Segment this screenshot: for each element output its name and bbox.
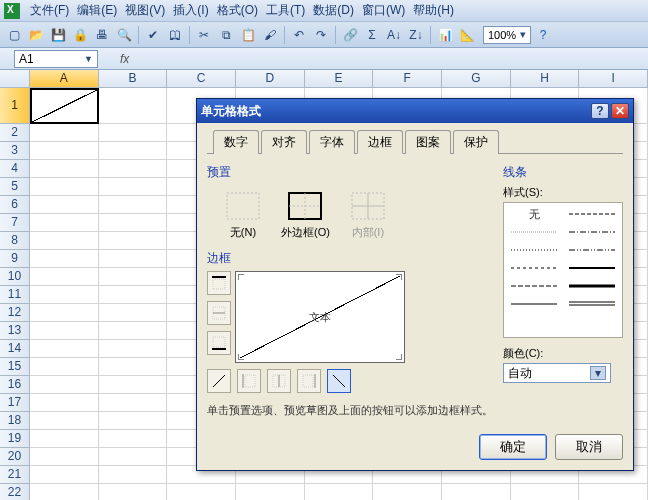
border-middle-h-button[interactable] (207, 301, 231, 325)
line-style-option[interactable] (508, 297, 560, 311)
cell[interactable] (30, 448, 99, 466)
row-header[interactable]: 6 (0, 196, 30, 214)
col-header-h[interactable]: H (511, 70, 580, 88)
preset-none-icon[interactable] (223, 189, 263, 223)
zoom-combo[interactable]: 100% ▾ (483, 26, 531, 44)
help-icon[interactable]: ? (533, 25, 553, 45)
hyperlink-icon[interactable]: 🔗 (340, 25, 360, 45)
cell[interactable] (99, 142, 168, 160)
cell[interactable] (99, 268, 168, 286)
row-header[interactable]: 19 (0, 430, 30, 448)
dialog-titlebar[interactable]: 单元格格式 ? ✕ (197, 99, 633, 123)
border-left-button[interactable] (237, 369, 261, 393)
menu-edit[interactable]: 编辑(E) (73, 0, 121, 21)
cell[interactable] (99, 448, 168, 466)
research-icon[interactable]: 🕮 (165, 25, 185, 45)
tab-patterns[interactable]: 图案 (405, 130, 451, 154)
preview-icon[interactable]: 🔍 (114, 25, 134, 45)
col-header-f[interactable]: F (373, 70, 442, 88)
tab-alignment[interactable]: 对齐 (261, 130, 307, 154)
row-header[interactable]: 13 (0, 322, 30, 340)
cell[interactable] (30, 250, 99, 268)
line-style-option[interactable] (508, 243, 560, 257)
open-icon[interactable]: 📂 (26, 25, 46, 45)
cell[interactable] (99, 124, 168, 142)
row-header[interactable]: 16 (0, 376, 30, 394)
redo-icon[interactable]: ↷ (311, 25, 331, 45)
row-header[interactable]: 15 (0, 358, 30, 376)
tab-number[interactable]: 数字 (213, 130, 259, 154)
menu-window[interactable]: 窗口(W) (358, 0, 409, 21)
line-style-option[interactable] (566, 243, 618, 257)
row-header[interactable]: 20 (0, 448, 30, 466)
cell[interactable] (99, 358, 168, 376)
cell[interactable] (99, 178, 168, 196)
cell[interactable] (30, 286, 99, 304)
menu-help[interactable]: 帮助(H) (409, 0, 458, 21)
cell[interactable] (30, 322, 99, 340)
col-header-i[interactable]: I (579, 70, 648, 88)
border-diag-up-button[interactable] (207, 369, 231, 393)
autosum-icon[interactable]: Σ (362, 25, 382, 45)
chart-icon[interactable]: 📊 (435, 25, 455, 45)
row-header[interactable]: 3 (0, 142, 30, 160)
spell-icon[interactable]: ✔ (143, 25, 163, 45)
col-header-d[interactable]: D (236, 70, 305, 88)
line-style-option[interactable] (566, 297, 618, 311)
fx-label[interactable]: fx (120, 52, 129, 66)
col-header-e[interactable]: E (305, 70, 374, 88)
cell[interactable] (30, 124, 99, 142)
border-top-button[interactable] (207, 271, 231, 295)
cell[interactable] (30, 484, 99, 500)
cell[interactable] (305, 484, 374, 500)
help-button[interactable]: ? (591, 103, 609, 119)
cell[interactable] (99, 214, 168, 232)
new-icon[interactable]: ▢ (4, 25, 24, 45)
cell[interactable] (30, 160, 99, 178)
border-right-button[interactable] (297, 369, 321, 393)
cell[interactable] (30, 214, 99, 232)
line-style-option[interactable] (566, 279, 618, 293)
cell[interactable] (99, 88, 168, 124)
line-style-option[interactable] (566, 207, 618, 221)
cell[interactable] (99, 340, 168, 358)
copy-icon[interactable]: ⧉ (216, 25, 236, 45)
row-header[interactable]: 10 (0, 268, 30, 286)
row-header[interactable]: 9 (0, 250, 30, 268)
line-style-option[interactable] (508, 225, 560, 239)
cell[interactable] (99, 232, 168, 250)
cell[interactable] (30, 376, 99, 394)
border-middle-v-button[interactable] (267, 369, 291, 393)
cell[interactable] (373, 484, 442, 500)
paste-icon[interactable]: 📋 (238, 25, 258, 45)
line-style-none[interactable]: 无 (529, 207, 540, 222)
row-header[interactable]: 22 (0, 484, 30, 500)
line-style-option[interactable] (508, 261, 560, 275)
row-header[interactable]: 8 (0, 232, 30, 250)
cell[interactable] (99, 196, 168, 214)
menu-tools[interactable]: 工具(T) (262, 0, 309, 21)
line-style-option[interactable] (508, 279, 560, 293)
col-header-b[interactable]: B (99, 70, 168, 88)
row-header-1[interactable]: 1 (0, 88, 30, 124)
row-header[interactable]: 12 (0, 304, 30, 322)
cell[interactable] (99, 394, 168, 412)
cell[interactable] (30, 394, 99, 412)
cell[interactable] (99, 412, 168, 430)
row-header[interactable]: 2 (0, 124, 30, 142)
cell[interactable] (30, 412, 99, 430)
cell[interactable] (99, 484, 168, 500)
cell[interactable] (30, 430, 99, 448)
color-picker[interactable]: 自动 ▾ (503, 363, 611, 383)
cell[interactable] (442, 484, 511, 500)
cell[interactable] (30, 142, 99, 160)
cut-icon[interactable]: ✂ (194, 25, 214, 45)
cell[interactable] (99, 466, 168, 484)
menu-format[interactable]: 格式(O) (213, 0, 262, 21)
select-all-corner[interactable] (0, 70, 30, 88)
row-header[interactable]: 4 (0, 160, 30, 178)
cell[interactable] (99, 430, 168, 448)
cell[interactable] (579, 484, 648, 500)
cell[interactable] (236, 484, 305, 500)
close-button[interactable]: ✕ (611, 103, 629, 119)
